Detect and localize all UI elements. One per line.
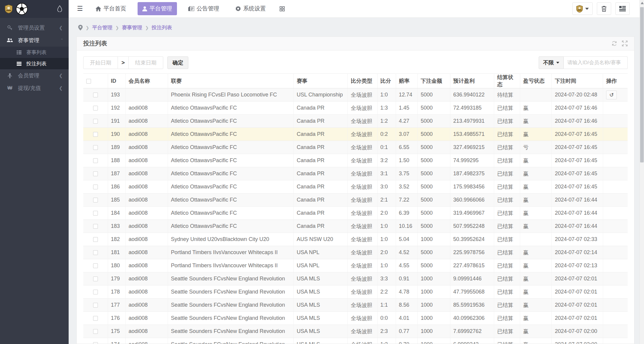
cell-amount: 1000: [417, 272, 450, 285]
search-input[interactable]: [564, 56, 628, 69]
table-header-row: ID会员名称联赛赛事比分类型比分赔率下注金额预计盈利结算状态盈亏状态下注时间操作: [83, 74, 628, 88]
row-checkbox[interactable]: [93, 185, 98, 189]
cell-id: 174: [108, 338, 125, 344]
nav-item-platform-home[interactable]: 平台首页: [91, 2, 131, 15]
confirm-button[interactable]: 确定: [167, 56, 188, 69]
panel-toggle-button[interactable]: [615, 2, 630, 15]
table-row: 180aodi008Portland Timbers IIvsVancouver…: [83, 259, 628, 272]
row-checkbox[interactable]: [93, 145, 98, 150]
nav-item-platform-management[interactable]: 平台管理: [138, 2, 177, 15]
cell-result: 亏: [520, 141, 552, 154]
panel-title: 投注列表: [83, 39, 107, 47]
breadcrumb-link-bet-list[interactable]: 投注列表: [152, 24, 172, 31]
table-row: 189aodi008Atletico OttawavsPacific FCCan…: [83, 141, 628, 154]
sidebar-item-match-list[interactable]: 赛事列表: [0, 47, 69, 58]
sidebar: 管理员设置 ❮ 赛事管理 ˆ﻿ 赛事列表: [0, 0, 69, 344]
row-checkbox-cell: [83, 207, 108, 220]
hamburger-menu-icon[interactable]: ☰: [77, 5, 83, 13]
row-checkbox[interactable]: [93, 119, 98, 124]
cell-odds: 10.16: [396, 220, 417, 233]
nav-item-apps-grid[interactable]: [277, 4, 287, 14]
cell-action: [603, 246, 628, 259]
cell-id: 182: [108, 233, 125, 246]
row-checkbox-cell: [83, 128, 108, 141]
sidebar-item-member-management[interactable]: 会员管理 ❮: [0, 69, 69, 82]
row-checkbox[interactable]: [93, 263, 98, 268]
cell-member: aodi008: [125, 325, 168, 338]
sidebar-item-admin-settings[interactable]: 管理员设置 ❮: [0, 22, 69, 34]
row-checkbox[interactable]: [93, 171, 98, 176]
start-date-input[interactable]: [83, 56, 118, 69]
select-all-checkbox[interactable]: [86, 79, 91, 84]
cell-member: aodi008: [125, 141, 168, 154]
end-date-input[interactable]: [129, 56, 163, 69]
bet-table: ID会员名称联赛赛事比分类型比分赔率下注金额预计盈利结算状态盈亏状态下注时间操作…: [83, 73, 628, 344]
expand-icon[interactable]: [622, 41, 628, 46]
cell-score: 2:1: [377, 194, 396, 207]
crest-logo-icon: [5, 4, 13, 13]
cell-league: Phoenix Rising FCvsEl Paso Locomotive FC: [168, 88, 293, 102]
breadcrumb: ❯ 平台管理 ❯ 赛事管理 ❯ 投注列表: [76, 18, 634, 36]
chevron-down-icon: [556, 62, 559, 64]
nav-item-label: 平台首页: [104, 5, 126, 13]
row-checkbox[interactable]: [93, 290, 98, 294]
column-header: 下注金额: [417, 74, 450, 88]
chevron-down-icon: [585, 8, 589, 10]
row-checkbox[interactable]: [93, 250, 98, 255]
cell-result: 赢: [520, 246, 552, 259]
type-filter-dropdown[interactable]: 不限: [539, 56, 564, 69]
cell-action: [603, 154, 628, 167]
row-checkbox[interactable]: [93, 224, 98, 229]
row-checkbox[interactable]: [93, 329, 98, 334]
table-row: 178aodi008Seattle Sounders FCvsNew Engla…: [83, 285, 628, 299]
row-checkbox[interactable]: [93, 198, 98, 202]
trash-button[interactable]: [597, 2, 611, 15]
nav-item-system-settings[interactable]: 系统设置: [231, 2, 271, 15]
row-checkbox[interactable]: [93, 132, 98, 137]
row-checkbox[interactable]: [93, 106, 98, 110]
football-logo-icon: [16, 3, 28, 15]
cell-member: [125, 88, 168, 102]
nav-item-announcement-management[interactable]: 公告管理: [184, 2, 224, 15]
cell-score: 3:3: [377, 272, 396, 285]
cell-result: 赢: [520, 299, 552, 312]
cell-event: Canada PR: [294, 115, 348, 128]
cell-profit: 7.69992762: [450, 325, 494, 338]
vertical-scrollbar[interactable]: [640, 0, 644, 344]
row-checkbox[interactable]: [93, 237, 98, 242]
table-row: 186aodi008Atletico OttawavsPacific FCCan…: [83, 180, 628, 194]
droplet-icon[interactable]: [57, 5, 62, 12]
cell-score: 2:0: [377, 207, 396, 220]
avatar-dropdown-button[interactable]: [572, 2, 593, 15]
user-icon: [142, 6, 147, 11]
cell-settle: 已结算: [494, 259, 520, 272]
row-checkbox[interactable]: [93, 211, 98, 216]
cell-profit: 72.4993185: [450, 102, 494, 115]
cell-id: 191: [108, 115, 125, 128]
cell-settle: 已结算: [494, 154, 520, 167]
cell-amount: 5000: [417, 246, 450, 259]
row-checkbox[interactable]: [93, 277, 98, 281]
sidebar-item-bet-list[interactable]: 投注列表: [0, 58, 69, 69]
row-checkbox[interactable]: [93, 303, 98, 308]
cell-settle: 已结算: [494, 299, 520, 312]
cell-score: 2:0: [377, 246, 396, 259]
table-row: 188aodi008Atletico OttawavsPacific FCCan…: [83, 154, 628, 167]
cell-league: Atletico OttawavsPacific FC: [168, 194, 293, 207]
scrollbar-up-arrow-icon[interactable]: [641, 2, 644, 4]
sidebar-item-match-management[interactable]: 赛事管理 ˆ: [0, 34, 69, 47]
undo-settle-button[interactable]: ↺: [606, 90, 617, 99]
cell-time: 2024-07-07 02:00: [552, 325, 603, 338]
cell-settle: 已结算: [494, 167, 520, 180]
row-checkbox[interactable]: [93, 342, 98, 344]
row-checkbox[interactable]: [93, 316, 98, 321]
row-checkbox[interactable]: [93, 93, 98, 97]
sidebar-item-withdraw-deposit[interactable]: ₩ 提现/充值 ❮: [0, 82, 69, 94]
row-checkbox[interactable]: [93, 158, 98, 163]
breadcrumb-link-platform[interactable]: 平台管理: [92, 24, 113, 31]
breadcrumb-link-match[interactable]: 赛事管理: [122, 24, 142, 31]
refresh-icon[interactable]: [611, 41, 617, 46]
scrollbar-thumb[interactable]: [640, 7, 644, 162]
date-range-arrow-button[interactable]: >: [118, 56, 129, 69]
panel-body: > 确定 不限: [77, 50, 634, 344]
